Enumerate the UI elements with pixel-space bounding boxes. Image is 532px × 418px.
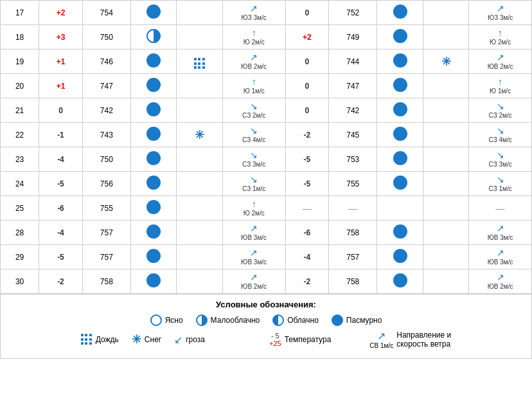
table-row-temp2: 0 xyxy=(285,50,329,74)
table-row-extra1 xyxy=(177,25,222,50)
table-row-extra1: ✳ xyxy=(177,123,222,147)
legend-rain-label: Дождь xyxy=(96,335,119,344)
table-row-extra2 xyxy=(423,123,468,147)
table-row-temp1: -4 xyxy=(39,147,83,172)
table-row-extra2 xyxy=(423,221,468,245)
legend-sky-row: Ясно Малооблачно Облачно Пасмурно xyxy=(7,314,525,326)
table-row-extra1 xyxy=(177,1,222,25)
legend-clear-label: Ясно xyxy=(165,316,183,325)
table-row-sky1 xyxy=(130,147,176,172)
table-row-temp2: 0 xyxy=(285,74,329,98)
legend-wind-dir-label: СВ 1м/с xyxy=(369,342,393,349)
legend-snow-icon: ✳ xyxy=(132,332,141,347)
table-row-sky2 xyxy=(377,123,423,147)
table-row-pres1: 754 xyxy=(82,1,130,25)
table-row-sky2 xyxy=(377,221,423,245)
table-row-day: 19 xyxy=(1,50,39,74)
table-row-extra1 xyxy=(177,74,222,98)
table-row-pres1: 757 xyxy=(82,221,130,245)
table-row-wind1: ↘ СЗ 1м/с xyxy=(222,172,285,196)
table-row-wind2: ↗ ЮВ 2м/с xyxy=(469,269,532,294)
table-row-temp1: 0 xyxy=(39,98,83,123)
table-row-wind2: ↑ Ю 1м/с xyxy=(469,74,532,98)
legend-temp-label: Температура xyxy=(285,335,332,344)
legend-overcast: Пасмурно xyxy=(332,314,382,326)
table-row-wind1: ↑ Ю 2м/с xyxy=(222,25,285,50)
table-row-day: 24 xyxy=(1,172,39,196)
table-row-pres2: 758 xyxy=(329,269,377,294)
table-row-temp1: +3 xyxy=(39,25,83,50)
table-row-pres2: 744 xyxy=(329,50,377,74)
table-row-extra2: ✳ xyxy=(423,50,468,74)
table-row-extra2 xyxy=(423,172,468,196)
table-row-extra2 xyxy=(423,245,468,269)
table-row-temp2: — xyxy=(285,196,329,221)
table-row-sky2 xyxy=(377,196,423,221)
table-row-pres1: 742 xyxy=(82,98,130,123)
table-row-day: 28 xyxy=(1,221,39,245)
table-row-sky1 xyxy=(130,196,176,221)
table-row-temp2: -6 xyxy=(285,221,329,245)
table-row-day: 25 xyxy=(1,196,39,221)
table-row-sky1 xyxy=(130,245,176,269)
legend-temp-item: - 5 +25 Температура xyxy=(269,332,331,347)
legend-partly-icon xyxy=(196,314,208,326)
table-row-wind1: ↑ Ю 2м/с xyxy=(222,196,285,221)
table-row-pres1: 757 xyxy=(82,245,130,269)
table-row-sky1 xyxy=(130,123,176,147)
table-row-wind2: ↘ СЗ 2м/с xyxy=(469,98,532,123)
table-row-sky1 xyxy=(130,50,176,74)
table-row-pres2: — xyxy=(329,196,377,221)
table-row-day: 23 xyxy=(1,147,39,172)
table-row-wind1: ↗ ЮВ 2м/с xyxy=(222,50,285,74)
legend-thunder-label: гроза xyxy=(186,335,205,344)
table-row-sky2 xyxy=(377,269,423,294)
legend-rain: Дождь xyxy=(81,334,119,345)
table-row-temp1: -5 xyxy=(39,172,83,196)
table-row-temp2: 0 xyxy=(285,98,329,123)
legend-overcast-label: Пасмурно xyxy=(346,316,382,325)
table-row-temp2: -5 xyxy=(285,147,329,172)
table-row-temp2: -5 xyxy=(285,172,329,196)
table-row-temp1: -4 xyxy=(39,221,83,245)
legend-section: Условные обозначения: Ясно Малооблачно О… xyxy=(0,294,532,359)
table-row-wind2: ↘ СЗ 1м/с xyxy=(469,172,532,196)
weather-table-container: 17 +2 754 ↗ ЮЗ 3м/с 0 752 ↗ ЮЗ 3м/с 18 +… xyxy=(0,0,532,359)
table-row-temp1: -5 xyxy=(39,245,83,269)
table-row-wind1: ↘ СЗ 4м/с xyxy=(222,123,285,147)
table-row-pres2: 758 xyxy=(329,221,377,245)
table-row-sky1 xyxy=(130,74,176,98)
table-row-wind2: ↗ ЮЗ 3м/с xyxy=(469,1,532,25)
table-row-day: 20 xyxy=(1,74,39,98)
legend-weather-row: Дождь ✳ Снег ↙ гроза - 5 +25 Температура xyxy=(7,330,525,349)
legend-temp-box: - 5 +25 xyxy=(269,332,281,347)
table-row-pres1: 747 xyxy=(82,74,130,98)
table-row-pres1: 746 xyxy=(82,50,130,74)
table-row-extra2 xyxy=(423,147,468,172)
legend-thunder-icon: ↙ xyxy=(174,334,182,346)
table-row-extra1 xyxy=(177,245,222,269)
table-row-extra2 xyxy=(423,196,468,221)
table-row-pres1: 758 xyxy=(82,269,130,294)
table-row-extra2 xyxy=(423,74,468,98)
table-row-temp2: -4 xyxy=(285,245,329,269)
legend-clear-icon xyxy=(150,314,162,326)
legend-wind-box: ↗ СВ 1м/с xyxy=(369,330,393,349)
legend-temp-pos: +25 xyxy=(269,340,281,347)
table-row-extra2 xyxy=(423,1,468,25)
table-row-sky2 xyxy=(377,74,423,98)
table-row-sky2 xyxy=(377,172,423,196)
table-row-wind2: ↘ СЗ 4м/с xyxy=(469,123,532,147)
table-row-temp2: -2 xyxy=(285,269,329,294)
table-row-pres1: 743 xyxy=(82,123,130,147)
legend-partly: Малооблачно xyxy=(196,314,260,326)
table-row-sky2 xyxy=(377,98,423,123)
legend-wind-arrow-icon: ↗ xyxy=(377,330,386,342)
table-row-extra1 xyxy=(177,50,222,74)
table-row-extra1 xyxy=(177,147,222,172)
table-row-sky2 xyxy=(377,50,423,74)
table-row-temp2: +2 xyxy=(285,25,329,50)
table-row-extra2 xyxy=(423,269,468,294)
table-row-wind1: ↑ Ю 1м/с xyxy=(222,74,285,98)
legend-overcast-icon xyxy=(332,314,343,326)
